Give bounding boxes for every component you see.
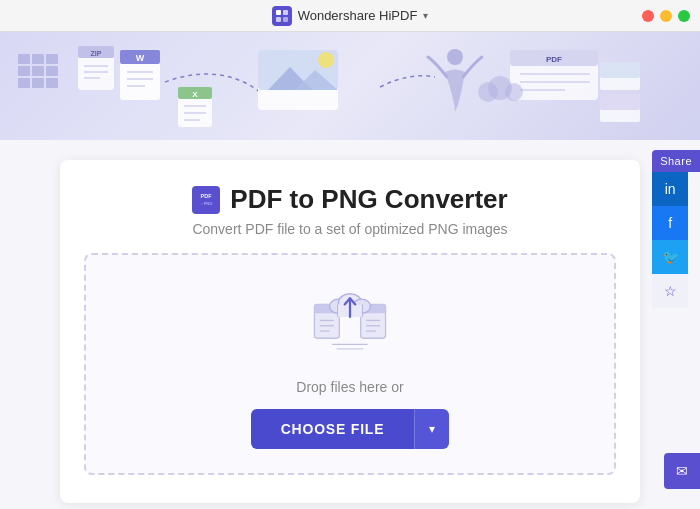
svg-text:X: X	[192, 90, 198, 99]
svg-rect-1	[283, 10, 288, 15]
svg-text:ZIP: ZIP	[91, 50, 102, 57]
close-button[interactable]	[642, 10, 654, 22]
banner-decoration: ZIP W X	[0, 32, 700, 140]
linkedin-icon: in	[665, 181, 676, 197]
app-logo	[272, 6, 292, 26]
svg-rect-8	[32, 66, 44, 76]
maximize-button[interactable]	[678, 10, 690, 22]
title-bar: Wondershare HiPDF ▾	[0, 0, 700, 32]
svg-rect-0	[276, 10, 281, 15]
choose-file-button[interactable]: CHOOSE FILE	[251, 409, 415, 449]
svg-text:→PNG: →PNG	[200, 201, 213, 206]
svg-rect-3	[283, 17, 288, 22]
svg-rect-7	[18, 66, 30, 76]
title-bar-content: Wondershare HiPDF ▾	[272, 6, 429, 26]
svg-point-35	[318, 52, 334, 68]
drop-zone[interactable]: Drop files here or CHOOSE FILE ▾	[84, 253, 616, 475]
converter-card: PDF →PNG PDF to PNG Converter Convert PD…	[60, 160, 640, 503]
svg-rect-2	[276, 17, 281, 22]
dropdown-button[interactable]: ▾	[414, 409, 449, 449]
page-title: PDF to PNG Converter	[230, 184, 507, 215]
svg-point-36	[447, 49, 463, 65]
svg-rect-44	[600, 62, 640, 78]
page-subtitle: Convert PDF file to a set of optimized P…	[84, 221, 616, 237]
bookmark-button[interactable]: ☆	[652, 274, 688, 308]
svg-rect-5	[32, 54, 44, 64]
dropdown-arrow-icon: ▾	[429, 422, 435, 436]
email-icon: ✉	[676, 463, 688, 479]
linkedin-share-button[interactable]: in	[652, 172, 688, 206]
chevron-icon: ▾	[423, 10, 428, 21]
svg-rect-10	[18, 78, 30, 88]
app-name: Wondershare HiPDF	[298, 8, 418, 23]
twitter-share-button[interactable]: 🐦	[652, 240, 688, 274]
svg-rect-50	[193, 187, 219, 213]
svg-rect-46	[600, 94, 640, 110]
email-button[interactable]: ✉	[664, 453, 700, 489]
drop-text: Drop files here or	[296, 379, 403, 395]
svg-point-49	[505, 83, 523, 101]
share-label: Share	[652, 150, 700, 172]
upload-illustration	[310, 285, 390, 359]
main-content: PDF →PNG PDF to PNG Converter Convert PD…	[0, 140, 700, 509]
facebook-icon: f	[668, 215, 672, 231]
svg-text:PDF: PDF	[546, 55, 562, 64]
star-icon: ☆	[664, 283, 677, 299]
card-header: PDF →PNG PDF to PNG Converter Convert PD…	[84, 184, 616, 237]
svg-rect-9	[46, 66, 58, 76]
card-title-row: PDF →PNG PDF to PNG Converter	[84, 184, 616, 215]
choose-file-group: CHOOSE FILE ▾	[251, 409, 450, 449]
facebook-share-button[interactable]: f	[652, 206, 688, 240]
twitter-icon: 🐦	[662, 249, 679, 265]
minimize-button[interactable]	[660, 10, 672, 22]
pdf-png-icon: PDF →PNG	[192, 186, 220, 214]
svg-rect-4	[18, 54, 30, 64]
svg-text:W: W	[136, 53, 145, 63]
hero-banner: ZIP W X	[0, 32, 700, 140]
svg-text:PDF: PDF	[201, 193, 213, 199]
svg-rect-12	[46, 78, 58, 88]
svg-rect-11	[32, 78, 44, 88]
share-sidebar: Share in f 🐦 ☆	[652, 150, 700, 308]
svg-rect-6	[46, 54, 58, 64]
window-controls	[642, 10, 690, 22]
